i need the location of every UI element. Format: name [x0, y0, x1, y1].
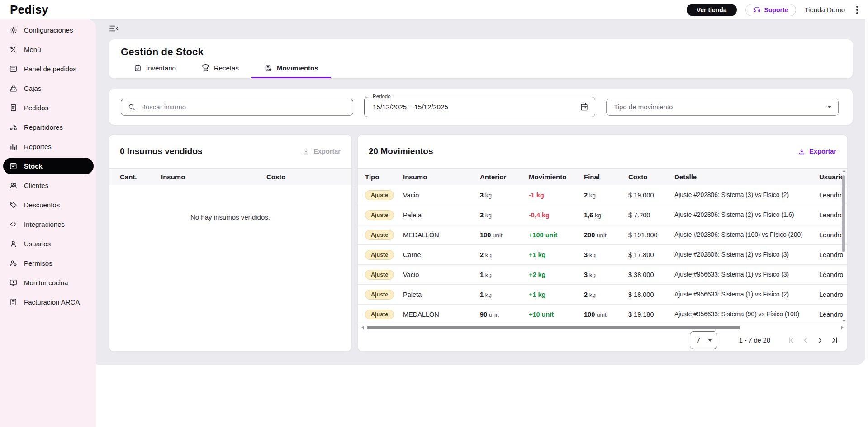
sidebar-item-permisos[interactable]: Permisos: [0, 253, 96, 273]
tab-label: Inventario: [146, 64, 176, 72]
scroll-up-arrow-icon[interactable]: [842, 170, 846, 172]
sidebar-item-label: Integraciones: [24, 221, 65, 228]
sidebar-item-cajas[interactable]: Cajas: [0, 79, 96, 98]
movimiento-cell: +1 kg: [529, 251, 584, 258]
anterior-cell: 1 kg: [480, 271, 529, 278]
clipboard-check-icon: [133, 64, 142, 72]
sidebar-item-clientes[interactable]: Clientes: [0, 176, 96, 195]
movimientos-table-body: AjusteVacio3 kg-1 kg2 kg$ 19.000Ajuste #…: [358, 185, 847, 324]
receipt-icon: [9, 103, 18, 113]
export-movimientos-label: Exportar: [809, 148, 836, 155]
sidebar-item-monitor-cocina[interactable]: Monitor cocina: [0, 273, 96, 292]
store-name: Tienda Demo: [805, 6, 845, 14]
chevron-down-icon: [827, 106, 832, 108]
insumo-cell: Carne: [403, 251, 480, 258]
vertical-scrollbar[interactable]: [841, 170, 846, 322]
invoice-icon: [9, 298, 18, 307]
table-row: AjusteCarne2 kg+1 kg3 kg$ 17.800Ajuste #…: [358, 245, 847, 265]
vertical-scrollbar-thumb[interactable]: [842, 175, 845, 252]
search-input[interactable]: [140, 99, 353, 115]
sidebar-item-label: Clientes: [24, 182, 48, 189]
chevron-down-icon: [708, 339, 712, 342]
period-value: 15/12/2025 – 15/12/2025: [373, 103, 580, 111]
sidebar-item-reportes[interactable]: Reportes: [0, 137, 96, 156]
tab-recetas[interactable]: Recetas: [189, 61, 251, 78]
costo-cell: $ 19.000: [628, 192, 674, 199]
sidebar-item-integraciones[interactable]: Integraciones: [0, 215, 96, 234]
previous-page-icon[interactable]: [801, 335, 811, 345]
horizontal-scrollbar[interactable]: [361, 325, 844, 330]
detalle-cell: Ajuste #202806: Sistema (100) vs Físico …: [674, 231, 819, 238]
final-cell: 3 kg: [584, 251, 628, 258]
sidebar-item-pedidos[interactable]: Pedidos: [0, 98, 96, 117]
ver-tienda-button[interactable]: Ver tienda: [687, 4, 737, 16]
sidebar-nav: ConfiguracionesMenúPanel de pedidosCajas…: [0, 20, 96, 312]
scroll-left-arrow-icon[interactable]: [361, 326, 364, 329]
scroll-down-arrow-icon[interactable]: [842, 320, 846, 322]
sidebar-item-panel-de-pedidos[interactable]: Panel de pedidos: [0, 59, 96, 79]
horizontal-scrollbar-thumb[interactable]: [367, 326, 740, 329]
soporte-button[interactable]: Soporte: [745, 4, 796, 16]
movement-type-badge: Ajuste: [365, 310, 394, 319]
column-header-insumo: Insumo: [403, 173, 480, 181]
search-insumo-field: [121, 99, 353, 116]
table-row: AjustePaleta2 kg-0,4 kg1,6 kg$ 7.200Ajus…: [358, 205, 847, 225]
app-logo: Pedisy: [10, 3, 48, 17]
tab-label: Movimientos: [277, 64, 318, 72]
movement-type-badge: Ajuste: [365, 250, 394, 260]
sidebar-item-configuraciones[interactable]: Configuraciones: [0, 20, 96, 40]
stock-box-icon: [9, 162, 18, 171]
costo-cell: $ 17.800: [628, 251, 674, 258]
next-page-icon[interactable]: [816, 335, 825, 345]
table-row: AjusteMEDALLÓN90 unit+10 unit100 unit$ 1…: [358, 305, 847, 324]
export-movimientos-button[interactable]: Exportar: [798, 148, 836, 155]
final-cell: 1,6 kg: [584, 211, 628, 219]
page-title: Gestión de Stock: [121, 46, 853, 58]
sidebar-item-repartidores[interactable]: Repartidores: [0, 117, 96, 137]
insumo-cell: Paleta: [403, 291, 480, 298]
gear-icon: [9, 26, 18, 35]
table-row: AjusteVacio1 kg+2 kg3 kg$ 38.000Ajuste #…: [358, 265, 847, 285]
topbar-actions: Ver tienda Soporte Tienda Demo: [687, 4, 861, 16]
period-label: Periodo: [370, 94, 393, 99]
column-header-detalle: Detalle: [674, 173, 819, 181]
movement-type-badge: Ajuste: [365, 210, 394, 220]
calendar-icon[interactable]: [580, 103, 588, 111]
sidebar-item-descuentos[interactable]: Descuentos: [0, 195, 96, 215]
first-page-icon[interactable]: [787, 335, 797, 345]
movement-type-badge: Ajuste: [365, 290, 394, 300]
movimiento-cell: +2 kg: [529, 271, 584, 278]
sidebar-item-label: Descuentos: [24, 201, 60, 209]
insumos-panel-title: 0 Insumos vendidos: [120, 146, 203, 156]
chef-hat-icon: [201, 64, 210, 72]
scroll-right-arrow-icon[interactable]: [841, 326, 844, 329]
sidebar-collapse-icon[interactable]: [109, 24, 119, 33]
insumos-vendidos-panel: 0 Insumos vendidos Exportar Cant.InsumoC…: [109, 134, 352, 352]
stock-tabs: InventarioRecetasMovimientos: [121, 61, 853, 78]
sidebar-item-usuarios[interactable]: Usuarios: [0, 234, 96, 253]
kebab-menu-icon[interactable]: [854, 4, 861, 16]
page-size-value: 7: [697, 336, 700, 344]
sidebar-item-label: Panel de pedidos: [24, 65, 76, 73]
sidebar-item-stock[interactable]: Stock: [3, 158, 94, 174]
tab-movimientos[interactable]: Movimientos: [251, 61, 331, 78]
search-icon: [128, 103, 136, 111]
sidebar-item-menu[interactable]: Menú: [0, 40, 96, 59]
page-size-select[interactable]: 7: [690, 331, 717, 349]
costo-cell: $ 38.000: [628, 271, 674, 278]
export-insumos-button[interactable]: Exportar: [302, 148, 341, 155]
final-cell: 200 unit: [584, 231, 628, 239]
anterior-cell: 90 unit: [480, 311, 529, 318]
column-header-costo: Costo: [628, 173, 674, 181]
tab-inventario[interactable]: Inventario: [121, 61, 189, 78]
period-field[interactable]: Periodo 15/12/2025 – 15/12/2025: [364, 97, 595, 117]
table-row: AjusteMEDALLÓN100 unit+100 unit200 unit$…: [358, 225, 847, 245]
movement-type-value: Tipo de movimiento: [614, 103, 673, 111]
last-page-icon[interactable]: [830, 335, 840, 345]
column-header-insumo: Insumo: [161, 173, 266, 181]
movement-type-select[interactable]: Tipo de movimiento: [606, 99, 839, 116]
sidebar-item-facturacion-arca[interactable]: Facturacion ARCA: [0, 292, 96, 312]
user-icon: [9, 239, 18, 249]
detalle-cell: Ajuste #956633: Sistema (90) vs Físico (…: [674, 311, 819, 318]
insumo-cell: Vacio: [403, 271, 480, 278]
